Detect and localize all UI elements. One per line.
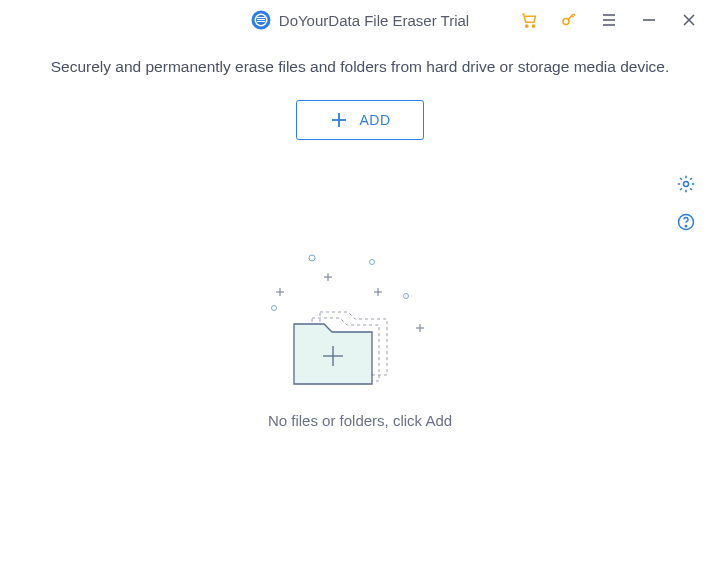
svg-point-20 <box>309 255 315 261</box>
gear-icon[interactable] <box>676 174 696 194</box>
plus-icon <box>329 110 349 130</box>
app-title: DoYourData File Eraser Trial <box>279 12 469 29</box>
help-icon[interactable] <box>676 212 696 232</box>
svg-point-17 <box>684 182 689 187</box>
empty-folder-illustration <box>250 240 470 400</box>
key-icon[interactable] <box>560 11 578 29</box>
side-actions <box>676 174 696 232</box>
svg-point-21 <box>370 260 375 265</box>
titlebar-controls <box>520 11 720 29</box>
svg-rect-5 <box>257 17 265 18</box>
svg-point-23 <box>272 306 277 311</box>
svg-point-7 <box>532 25 534 27</box>
add-button[interactable]: ADD <box>296 100 424 140</box>
close-icon[interactable] <box>680 11 698 29</box>
empty-state: No files or folders, click Add <box>0 240 720 429</box>
svg-point-19 <box>685 226 686 227</box>
empty-state-message: No files or folders, click Add <box>0 412 720 429</box>
titlebar: DoYourData File Eraser Trial <box>0 0 720 40</box>
svg-point-6 <box>526 25 528 27</box>
add-button-label: ADD <box>359 112 390 128</box>
svg-point-8 <box>563 19 569 25</box>
svg-point-22 <box>404 294 409 299</box>
page-description: Securely and permanently erase files and… <box>0 58 720 76</box>
cart-icon[interactable] <box>520 11 538 29</box>
minimize-icon[interactable] <box>640 11 658 29</box>
svg-rect-4 <box>257 21 265 22</box>
menu-icon[interactable] <box>600 11 618 29</box>
app-logo-icon <box>251 10 271 30</box>
svg-rect-3 <box>257 19 265 20</box>
